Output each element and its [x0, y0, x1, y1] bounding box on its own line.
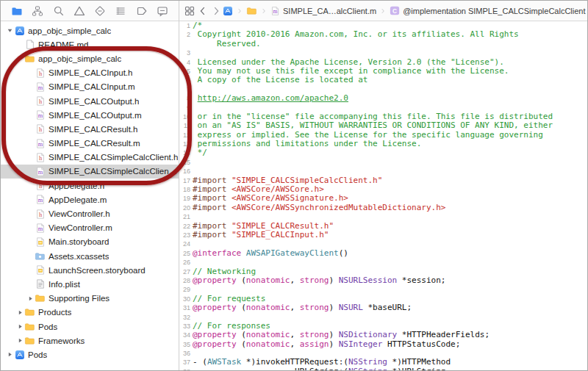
file-label: AppDelegate.h: [49, 181, 104, 190]
svg-text:m: m: [37, 84, 43, 91]
sidebar-item-simple-calcresult-m[interactable]: mSIMPLE_CALCResult.m: [1, 137, 179, 151]
jump-bar: mSIMPLE_CA…alcClient.mC@implementation S…: [179, 1, 587, 21]
sidebar-item-info-plist[interactable]: Info.plist: [1, 277, 179, 291]
sidebar-item-simple-calcresult-h[interactable]: hSIMPLE_CALCResult.h: [1, 122, 179, 136]
line-number: 35: [179, 340, 193, 349]
plist-file-icon: [35, 278, 46, 289]
svg-text:m: m: [273, 8, 278, 15]
project-file-icon: [14, 349, 25, 360]
find-navigator-icon[interactable]: [52, 4, 65, 18]
code-line[interactable]: 13 permissions and limitations under the…: [179, 140, 587, 148]
sidebar-item-simple-calcoutput-h[interactable]: hSIMPLE_CALCOutput.h: [1, 94, 179, 108]
crumb-separator-icon: [260, 6, 268, 16]
test-navigator-icon[interactable]: [93, 4, 107, 18]
related-items-button[interactable]: [183, 4, 196, 18]
code-line[interactable]: 15: [179, 158, 587, 167]
sidebar-item-main-storyboard[interactable]: Main.storyboard: [1, 235, 179, 249]
disclosure-triangle-icon[interactable]: [15, 337, 24, 344]
jump-bar-crumb-2[interactable]: mSIMPLE_CA…alcClient.m: [270, 6, 376, 16]
disclosure-triangle-icon[interactable]: [5, 351, 14, 358]
code-line[interactable]: 23#import "SIMPLE_CALCInput.h": [179, 231, 587, 239]
forward-button[interactable]: [209, 4, 223, 18]
sidebar-item-supporting-files[interactable]: Supporting Files: [1, 292, 179, 306]
disclosure-triangle-icon[interactable]: [5, 27, 14, 34]
sidebar-item-launchscreen-storyboard[interactable]: LaunchScreen.storyboard: [1, 263, 179, 277]
line-number: 13: [179, 140, 193, 148]
svg-text:m: m: [37, 197, 43, 203]
sidebar-item-viewcontroller-h[interactable]: hViewController.h: [1, 206, 179, 220]
file-label: Info.plist: [49, 280, 80, 289]
file-label: SIMPLE_CALCSimpleCalcClient.h: [49, 153, 178, 162]
sidebar-item-pods[interactable]: Pods: [1, 320, 179, 334]
sidebar-item-simple-calcinput-m[interactable]: mSIMPLE_CALCInput.m: [1, 80, 179, 94]
issue-navigator-icon[interactable]: [73, 4, 86, 18]
disclosure-triangle-icon[interactable]: [26, 295, 35, 302]
file-label: SIMPLE_CALCOutput.h: [49, 97, 139, 106]
sidebar-item-app-objc-simple-calc[interactable]: app_objc_simple_calc: [1, 24, 179, 37]
line-number: 2: [179, 30, 193, 39]
sidebar-item-simple-calcoutput-m[interactable]: mSIMPLE_CALCOutput.m: [1, 108, 179, 122]
crumb-label: @implementation SIMPLE_CALCSimpleCalcCli…: [403, 7, 585, 15]
folder-icon: [246, 6, 257, 16]
header-file-icon: h: [35, 180, 46, 191]
sidebar-item-simple-calcinput-h[interactable]: hSIMPLE_CALCInput.h: [1, 66, 179, 80]
sidebar-item-products[interactable]: Products: [1, 306, 179, 320]
jump-bar-crumb-0[interactable]: [223, 6, 233, 16]
disclosure-triangle-icon[interactable]: [15, 55, 24, 62]
disclosure-triangle-icon[interactable]: [15, 323, 24, 330]
folder-file-icon: [35, 293, 46, 304]
sidebar-item-appdelegate-h[interactable]: hAppDelegate.h: [1, 179, 179, 192]
back-button[interactable]: [196, 4, 209, 18]
line-number: 5: [179, 67, 193, 76]
sidebar-item-app-objc-simple-calc[interactable]: app_objc_simple_calc: [1, 51, 179, 65]
code-line[interactable]: 14 */: [179, 148, 587, 157]
debug-navigator-icon[interactable]: [114, 4, 127, 18]
project-navigator-icon[interactable]: [10, 4, 24, 18]
code-line[interactable]: Reserved.: [179, 40, 587, 48]
disclosure-triangle-icon[interactable]: [15, 309, 24, 316]
line-number: 18: [179, 185, 193, 194]
sidebar-item-pods[interactable]: Pods: [1, 347, 179, 361]
crumb-label: SIMPLE_CA…alcClient.m: [283, 7, 376, 15]
breakpoint-navigator-icon[interactable]: [135, 4, 148, 18]
symbol-navigator-icon[interactable]: [31, 4, 44, 18]
code-line[interactable]: 35@property (nonatomic, assign) NSIntege…: [179, 340, 587, 349]
sidebar-item-simple-calcsimplecalcclient-m[interactable]: mSIMPLE_CALCSimpleCalcClient.m: [1, 165, 179, 179]
line-number: 16: [179, 167, 193, 176]
svg-text:m: m: [37, 141, 43, 148]
file-label: app_objc_simple_calc: [28, 26, 111, 35]
folder-file-icon: [24, 321, 35, 332]
file-label: Supporting Files: [49, 294, 110, 303]
code-text: A copy of the License is located at: [193, 76, 368, 84]
line-number: 8: [179, 94, 193, 103]
impl-file-icon: m: [35, 82, 46, 93]
code-line[interactable]: 8 http://aws.amazon.com/apache2.0: [179, 94, 587, 103]
line-number: 12: [179, 131, 193, 140]
file-label: SIMPLE_CALCInput.m: [49, 82, 135, 91]
sidebar-item-simple-calcsimplecalcclient-h[interactable]: hSIMPLE_CALCSimpleCalcClient.h: [1, 151, 179, 165]
code-line[interactable]: 25@interface AWSAPIGatewayClient(): [179, 249, 587, 258]
navigator-sidebar: app_objc_simple_calcREADME.mdapp_objc_si…: [1, 1, 179, 370]
sidebar-item-appdelegate-m[interactable]: mAppDelegate.m: [1, 192, 179, 206]
code-line[interactable]: 31@property (nonatomic, strong) NSURL *b…: [179, 303, 587, 312]
code-line[interactable]: 6 A copy of the License is located at: [179, 76, 587, 84]
code-line[interactable]: 28@property (nonatomic, strong) NSURLSes…: [179, 276, 587, 285]
code-text: @property (nonatomic, strong) NSURL *bas…: [193, 303, 412, 312]
project-file-icon: [14, 25, 25, 36]
file-label: Pods: [38, 323, 57, 331]
code-line[interactable]: 38 URLString:(NSString *)URLString: [179, 367, 587, 370]
jump-bar-crumb-3[interactable]: C@implementation SIMPLE_CALCSimpleCalcCl…: [390, 5, 585, 16]
sidebar-item-readme-md[interactable]: README.md: [1, 37, 179, 51]
sidebar-item-viewcontroller-m[interactable]: mViewController.m: [1, 221, 179, 235]
impl-file-icon: m: [270, 6, 280, 16]
line-number: 7: [179, 85, 193, 94]
code-line[interactable]: 20#import <AWSCore/AWSSynchronizedMutabl…: [179, 203, 587, 212]
sidebar-item-assets-xcassets[interactable]: Assets.xcassets: [1, 249, 179, 263]
report-navigator-icon[interactable]: [156, 4, 169, 18]
jump-bar-crumb-1[interactable]: [246, 6, 257, 16]
code-editor[interactable]: 1/*2 Copyright 2010-2016 Amazon.com, Inc…: [179, 21, 587, 370]
line-number: 10: [179, 112, 193, 121]
sidebar-item-frameworks[interactable]: Frameworks: [1, 334, 179, 347]
line-number: 11: [179, 121, 193, 130]
header-file-icon: h: [35, 96, 46, 107]
